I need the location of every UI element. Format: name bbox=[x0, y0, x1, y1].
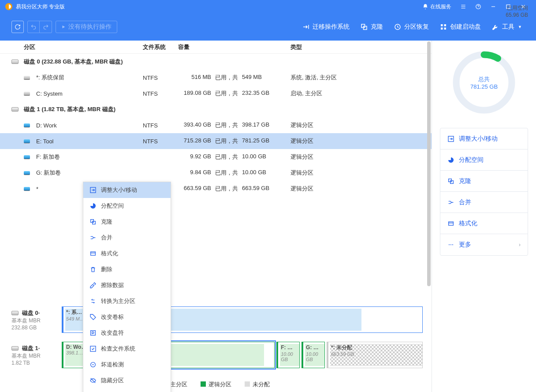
ctx-clone[interactable]: 克隆 bbox=[83, 214, 171, 230]
svg-point-16 bbox=[93, 364, 94, 366]
wipe-icon bbox=[89, 282, 97, 289]
partition-tree: 磁盘 0 (232.88 GB, 基本盘, MBR 磁盘) *: 系统保留 NT… bbox=[0, 54, 432, 197]
migrate-icon bbox=[302, 23, 310, 31]
svg-point-25 bbox=[450, 244, 451, 245]
ctx-merge[interactable]: 合并 bbox=[83, 230, 171, 246]
ctx-allocate[interactable]: 分配空间 bbox=[83, 198, 171, 214]
redo-button[interactable] bbox=[40, 21, 52, 33]
disk-row[interactable]: 磁盘 1 (1.82 TB, 基本盘, MBR 磁盘) bbox=[0, 101, 432, 117]
partition-row[interactable]: *: 系统保留 NTFS 516 MB已用，共549 MB 系统, 激活, 主分… bbox=[0, 70, 432, 86]
refresh-button[interactable] bbox=[11, 21, 24, 33]
letter-icon bbox=[89, 329, 97, 336]
side-format-button[interactable]: 格式化 bbox=[440, 213, 528, 234]
svg-rect-7 bbox=[441, 28, 443, 30]
undo-icon bbox=[30, 24, 37, 30]
col-fs[interactable]: 文件系统 bbox=[143, 43, 178, 51]
svg-point-26 bbox=[452, 244, 453, 245]
col-type[interactable]: 类型 bbox=[290, 43, 432, 51]
menu-list-button[interactable] bbox=[456, 0, 471, 13]
disk-icon bbox=[11, 311, 19, 315]
check-icon bbox=[89, 345, 97, 352]
partition-bar[interactable]: F: 新加卷… 10.00 GB bbox=[276, 342, 300, 368]
merge-icon bbox=[89, 234, 97, 241]
usage-donut: 总共 781.25 GB bbox=[451, 49, 517, 116]
main-panel: 分区 文件系统 容量 类型 磁盘 0 (232.88 GB, 基本盘, MBR … bbox=[0, 41, 432, 392]
format-icon bbox=[447, 220, 454, 227]
partition-row[interactable]: D: Work NTFS 393.40 GB已用，共398.17 GB 逻辑分区 bbox=[0, 117, 432, 133]
svg-rect-13 bbox=[91, 331, 96, 336]
toolbar-tools-button[interactable]: 工具 ▼ bbox=[486, 23, 527, 31]
partition-row[interactable]: C: System NTFS 189.08 GB已用，共232.35 GB 启动… bbox=[0, 86, 432, 101]
tag-icon bbox=[89, 314, 97, 321]
scrollbar[interactable] bbox=[427, 41, 431, 391]
undo-button[interactable] bbox=[27, 21, 40, 33]
column-headers: 分区 文件系统 容量 类型 bbox=[0, 41, 432, 54]
svg-rect-23 bbox=[449, 222, 454, 225]
drive-icon bbox=[24, 171, 30, 175]
disk-icon bbox=[11, 346, 19, 351]
delete-icon bbox=[89, 266, 97, 273]
chevron-down-icon: ▼ bbox=[518, 25, 522, 29]
app-title: 易我分区大师 专业版 bbox=[16, 3, 65, 11]
ctx-convert-primary[interactable]: 转换为主分区 bbox=[83, 293, 171, 309]
clone-icon bbox=[89, 218, 97, 225]
toolbar-bootdisk-button[interactable]: 创建启动盘 bbox=[434, 23, 486, 31]
col-partition[interactable]: 分区 bbox=[24, 43, 143, 51]
side-more-button[interactable]: 更多 › bbox=[440, 234, 528, 255]
disk-map: 磁盘 0· 基本盘 MBR 232.88 GB *: 系统… 549 M… C:… bbox=[0, 301, 432, 377]
help-button[interactable] bbox=[471, 0, 486, 13]
online-service-button[interactable]: 在线服务 bbox=[418, 0, 456, 13]
more-icon bbox=[447, 241, 454, 248]
svg-rect-14 bbox=[90, 346, 96, 351]
play-icon bbox=[61, 25, 66, 29]
ctx-browse[interactable]: 浏览分区 bbox=[83, 388, 171, 392]
drive-icon bbox=[24, 187, 30, 191]
svg-rect-12 bbox=[91, 252, 96, 255]
ctx-bad-sector[interactable]: 坏道检测 bbox=[83, 357, 171, 373]
partition-row[interactable]: F: 新加卷 9.92 GB已用，共10.00 GB 逻辑分区 bbox=[0, 149, 432, 165]
pie-icon bbox=[89, 202, 97, 209]
partition-row[interactable]: G: 新加卷 9.84 GB已用，共10.00 GB 逻辑分区 bbox=[0, 165, 432, 181]
ctx-change-letter[interactable]: 改变盘符 bbox=[83, 325, 171, 341]
hide-icon bbox=[89, 377, 97, 384]
ctx-check-fs[interactable]: 检查文件系统 bbox=[83, 341, 171, 357]
used-space-label: 已用空间 65.96 GB bbox=[506, 4, 528, 18]
side-merge-button[interactable]: 合并 bbox=[440, 192, 528, 213]
drive-icon bbox=[24, 123, 30, 127]
help-icon bbox=[475, 4, 481, 10]
ctx-change-label[interactable]: 改变卷标 bbox=[83, 309, 171, 325]
minimize-icon bbox=[490, 4, 496, 10]
ctx-hide[interactable]: 隐藏分区 bbox=[83, 373, 171, 388]
clone-icon bbox=[447, 178, 454, 185]
partition-row[interactable]: * 663.59 GB已用，共663.59 GB 逻辑分区 bbox=[0, 181, 432, 197]
disk-bar: 磁盘 0· 基本盘 MBR 232.88 GB *: 系统… 549 M… C:… bbox=[9, 306, 423, 333]
partition-bar[interactable]: G: 新加卷… 10.00 GB bbox=[302, 342, 325, 368]
toolbar-migrate-os-button[interactable]: 迁移操作系统 bbox=[297, 23, 355, 31]
sector-icon bbox=[89, 361, 97, 368]
ctx-delete[interactable]: 删除 bbox=[83, 261, 171, 277]
svg-point-24 bbox=[449, 244, 450, 245]
recovery-icon bbox=[394, 23, 402, 31]
titlebar: 易我分区大师 专业版 在线服务 bbox=[0, 0, 536, 13]
drive-icon bbox=[24, 139, 30, 143]
side-allocate-button[interactable]: 分配空间 bbox=[440, 149, 528, 171]
side-panel: 已用空间 65.96 GB 总共 781.25 GB 调整大小/移动 分配空间 … bbox=[432, 41, 536, 392]
toolbar-recovery-button[interactable]: 分区恢复 bbox=[388, 23, 434, 31]
ctx-format[interactable]: 格式化 bbox=[83, 246, 171, 261]
drive-icon bbox=[24, 155, 30, 159]
ctx-resize[interactable]: 调整大小/移动 bbox=[83, 182, 171, 198]
col-capacity[interactable]: 容量 bbox=[178, 43, 290, 51]
disk-row[interactable]: 磁盘 0 (232.88 GB, 基本盘, MBR 磁盘) bbox=[0, 54, 432, 70]
bell-icon bbox=[422, 4, 428, 10]
minimize-button[interactable] bbox=[486, 0, 501, 13]
partition-bar[interactable]: *: 未分配 663.59 GB bbox=[327, 342, 423, 368]
side-resize-button[interactable]: 调整大小/移动 bbox=[440, 128, 528, 149]
app-logo-icon bbox=[5, 3, 12, 10]
ctx-wipe[interactable]: 擦除数据 bbox=[83, 277, 171, 293]
pending-ops-button[interactable]: 没有待执行操作 bbox=[56, 21, 117, 33]
side-clone-button[interactable]: 克隆 bbox=[440, 171, 528, 192]
toolbar-clone-button[interactable]: 克隆 bbox=[355, 23, 388, 31]
refresh-icon bbox=[15, 24, 21, 30]
partition-row[interactable]: E: Tool NTFS 715.28 GB已用，共781.25 GB 逻辑分区 bbox=[0, 133, 432, 149]
legend-unallocated: 未分配 bbox=[245, 381, 270, 388]
